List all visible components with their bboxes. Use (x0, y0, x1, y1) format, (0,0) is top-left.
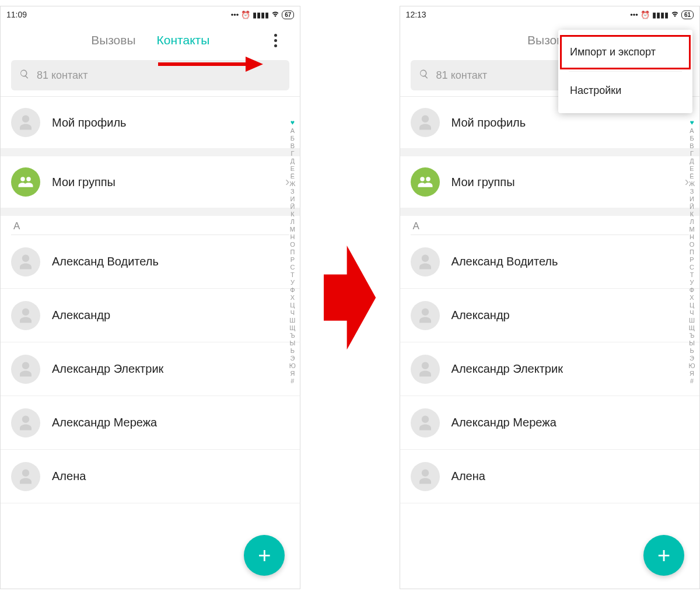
index-letter[interactable]: Г (290, 150, 294, 157)
index-letter[interactable]: Ы (689, 340, 695, 346)
index-letter[interactable]: Х (690, 294, 694, 301)
index-letter[interactable]: В (690, 142, 694, 149)
index-letter[interactable]: Щ (689, 324, 695, 331)
index-letter[interactable]: А (690, 127, 694, 134)
avatar-icon (11, 108, 40, 137)
index-letter[interactable]: Д (690, 158, 694, 164)
contact-row[interactable]: Александр Мережа (400, 396, 699, 450)
index-letter[interactable]: Л (690, 218, 694, 225)
contact-row[interactable]: Александр (400, 289, 699, 342)
status-time: 11:09 (6, 10, 27, 19)
index-letter[interactable]: В (290, 142, 295, 149)
index-letter[interactable]: Я (290, 370, 295, 377)
index-letter[interactable]: С (690, 264, 694, 271)
profile-row[interactable]: Мой профиль (1, 97, 300, 148)
index-letter[interactable]: Ч (690, 309, 694, 316)
index-letter[interactable]: # (690, 377, 694, 384)
index-letter[interactable]: К (690, 211, 694, 218)
index-letter[interactable]: # (290, 377, 294, 384)
contact-row[interactable]: Александр Электрик (400, 342, 699, 396)
alpha-index[interactable]: ♥ АБВГДЕЁЖЗИЙКЛМНОПРСТУФХЦЧШЩЪЫЬЭЮЯ# (287, 118, 298, 554)
tab-calls[interactable]: Вызовы (91, 33, 135, 47)
heart-icon[interactable]: ♥ (690, 118, 694, 127)
contact-row[interactable]: Александр Электрик (1, 342, 300, 396)
index-letter[interactable]: Ю (289, 362, 296, 369)
status-right: ••• ⏰ ▮▮▮▮ 67 (231, 10, 295, 20)
contact-row[interactable]: Алена (400, 450, 699, 503)
index-letter[interactable]: О (690, 241, 695, 248)
index-letter[interactable]: Р (290, 256, 295, 263)
index-letter[interactable]: Т (690, 271, 694, 278)
index-letter[interactable]: Ё (690, 173, 694, 180)
index-letter[interactable]: Э (290, 355, 295, 362)
index-letter[interactable]: Ш (289, 317, 295, 324)
section-header: А (400, 216, 699, 235)
index-letter[interactable]: Н (290, 233, 295, 240)
index-letter[interactable]: М (689, 226, 694, 233)
index-letter[interactable]: Ц (290, 302, 295, 309)
index-letter[interactable]: У (290, 279, 295, 286)
index-letter[interactable]: Ъ (690, 332, 695, 339)
overflow-menu-button[interactable] (268, 33, 282, 47)
contact-row[interactable]: Александр Мережа (1, 396, 300, 450)
index-letter[interactable]: Ы (290, 340, 296, 346)
alpha-index[interactable]: ♥ АБВГДЕЁЖЗИЙКЛМНОПРСТУФХЦЧШЩЪЫЬЭЮЯ# (687, 118, 697, 554)
index-letter[interactable]: Й (690, 203, 694, 210)
index-letter[interactable]: Ч (290, 309, 295, 316)
index-letter[interactable]: П (290, 249, 295, 256)
index-letter[interactable]: Ь (290, 347, 295, 354)
index-letter[interactable]: Ц (690, 302, 694, 309)
index-letter[interactable]: Я (690, 370, 694, 377)
index-letter[interactable]: Й (290, 203, 295, 210)
contact-row[interactable]: Александ Водитель (400, 235, 699, 289)
index-letter[interactable]: Г (690, 150, 694, 157)
index-letter[interactable]: О (290, 241, 295, 248)
index-letter[interactable]: Ж (689, 180, 695, 187)
index-letter[interactable]: Д (290, 158, 295, 164)
index-letter[interactable]: Ж (289, 180, 295, 187)
index-letter[interactable]: Ь (690, 347, 694, 354)
index-letter[interactable]: Ё (290, 173, 295, 180)
index-letter[interactable]: Е (290, 165, 295, 172)
index-letter[interactable]: С (290, 264, 295, 271)
menu-settings[interactable]: Настройки (558, 72, 692, 110)
index-letter[interactable]: Ф (290, 286, 295, 293)
index-letter[interactable]: Щ (289, 324, 295, 331)
index-letter[interactable]: Б (290, 135, 295, 142)
index-letter[interactable]: Р (690, 256, 694, 263)
index-letter[interactable]: Ш (689, 317, 695, 324)
search-bar[interactable]: 81 контакт (11, 60, 289, 90)
index-letter[interactable]: И (290, 195, 295, 202)
wifi-icon (271, 10, 279, 20)
index-letter[interactable]: З (690, 188, 694, 195)
index-letter[interactable]: Ъ (290, 332, 295, 339)
index-letter[interactable]: Л (290, 218, 295, 225)
index-letter[interactable]: Т (290, 271, 295, 278)
index-letter[interactable]: Н (690, 233, 694, 240)
tab-contacts[interactable]: Контакты (157, 33, 210, 47)
index-letter[interactable]: Ф (690, 286, 694, 293)
groups-row[interactable]: Мои группы › (1, 156, 300, 208)
status-bar: 12:13 ••• ⏰ ▮▮▮▮ 61 (400, 6, 699, 23)
index-letter[interactable]: П (690, 249, 694, 256)
contact-row[interactable]: Александ Водитель (1, 235, 300, 289)
index-letter[interactable]: Б (690, 135, 694, 142)
add-contact-fab[interactable]: + (244, 535, 285, 576)
profile-label: Мой профиль (452, 116, 526, 130)
index-letter[interactable]: У (690, 279, 694, 286)
index-letter[interactable]: Ю (688, 362, 695, 369)
index-letter[interactable]: А (290, 127, 295, 134)
index-letter[interactable]: К (290, 211, 294, 218)
index-letter[interactable]: Э (690, 355, 694, 362)
groups-row[interactable]: Мои группы › (400, 156, 699, 208)
index-letter[interactable]: М (290, 226, 295, 233)
menu-import-export[interactable]: Импорт и экспорт (558, 33, 692, 71)
index-letter[interactable]: Х (290, 294, 295, 301)
add-contact-fab[interactable]: + (643, 535, 684, 576)
index-letter[interactable]: Е (690, 165, 694, 172)
heart-icon[interactable]: ♥ (290, 118, 295, 127)
index-letter[interactable]: З (290, 188, 295, 195)
contact-row[interactable]: Александр (1, 289, 300, 342)
index-letter[interactable]: И (690, 195, 694, 202)
contact-row[interactable]: Алена (1, 450, 300, 503)
